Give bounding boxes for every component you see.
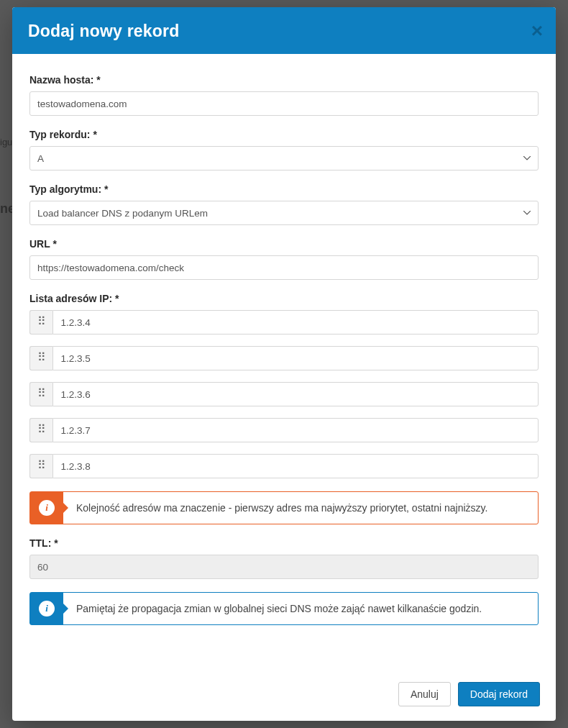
order-info-alert: i Kolejność adresów ma znaczenie - pierw… (29, 491, 539, 524)
ip-list-group: Lista adresów IP: * (29, 293, 539, 478)
ip-row (29, 454, 539, 478)
ip-row (29, 418, 539, 442)
ttl-input (29, 555, 539, 579)
ip-input[interactable] (52, 382, 539, 406)
propagation-info-text: Pamiętaj że propagacja zmian w globalnej… (63, 593, 538, 624)
algorithm-type-label: Typ algorytmu: * (29, 183, 539, 195)
record-type-group: Typ rekordu: * A (29, 129, 539, 170)
drag-handle-icon[interactable] (29, 346, 52, 370)
ip-input[interactable] (52, 418, 539, 442)
drag-handle-icon[interactable] (29, 454, 52, 478)
cancel-button[interactable]: Anuluj (398, 682, 451, 706)
ip-row (29, 310, 539, 335)
record-type-label: Typ rekordu: * (29, 129, 539, 140)
drag-handle-icon[interactable] (29, 418, 52, 442)
url-input[interactable] (29, 255, 539, 280)
hostname-label: Nazwa hosta: * (29, 74, 539, 86)
ttl-group: TTL: * (29, 537, 539, 579)
drag-handle-icon[interactable] (29, 382, 52, 406)
add-record-modal: Dodaj nowy rekord × Nazwa hosta: * Typ r… (12, 7, 556, 721)
algorithm-type-select[interactable]: Load balancer DNS z podanym URLem (29, 201, 539, 225)
ttl-label: TTL: * (29, 537, 539, 549)
propagation-info-alert: i Pamiętaj że propagacja zmian w globaln… (29, 592, 539, 625)
url-label: URL * (29, 238, 539, 250)
ip-input[interactable] (52, 346, 539, 370)
drag-handle-icon[interactable] (29, 310, 52, 335)
ip-input[interactable] (52, 310, 539, 335)
hostname-input[interactable] (29, 91, 539, 116)
url-group: URL * (29, 238, 539, 280)
modal-title: Dodaj nowy rekord (28, 22, 540, 41)
algorithm-type-group: Typ algorytmu: * Load balancer DNS z pod… (29, 183, 539, 225)
hostname-group: Nazwa hosta: * (29, 74, 539, 116)
order-info-text: Kolejność adresów ma znaczenie - pierwsz… (63, 492, 538, 524)
submit-button[interactable]: Dodaj rekord (458, 682, 540, 706)
close-icon[interactable]: × (531, 21, 543, 41)
background-text: igu (0, 137, 12, 147)
modal-body: Nazwa hosta: * Typ rekordu: * A Typ algo… (12, 54, 556, 670)
modal-header: Dodaj nowy rekord × (12, 7, 556, 54)
ip-row (29, 346, 539, 370)
ip-list (29, 310, 539, 478)
ip-row (29, 382, 539, 406)
modal-footer: Anuluj Dodaj rekord (12, 670, 556, 721)
record-type-select[interactable]: A (29, 146, 539, 170)
info-icon: i (30, 492, 63, 524)
ip-input[interactable] (52, 454, 539, 478)
info-icon: i (30, 593, 63, 624)
ip-list-label: Lista adresów IP: * (29, 293, 539, 304)
